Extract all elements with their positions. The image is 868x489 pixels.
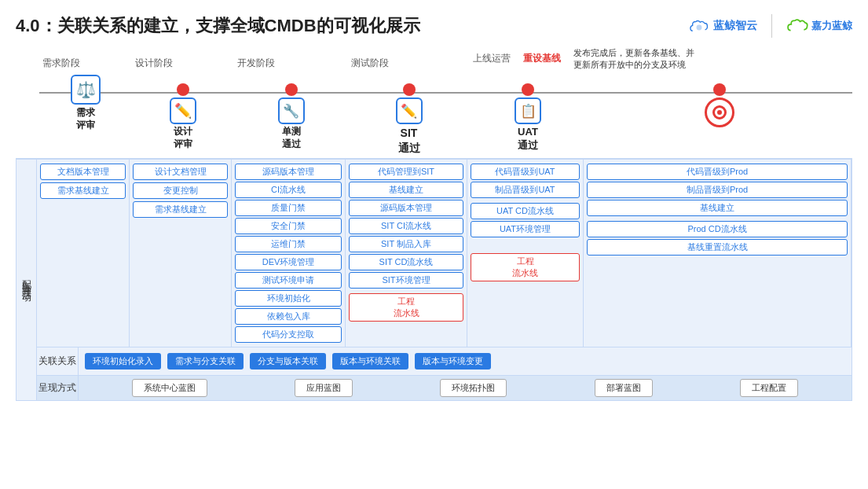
logo-divider [771, 14, 772, 38]
display-tag-5: 工程配置 [740, 379, 798, 397]
config-tag: 设计文档管理 [133, 164, 228, 180]
uat-icon: 📋 [515, 97, 541, 124]
config-tag: 质量门禁 [235, 200, 342, 216]
cloud-icon-2 [786, 18, 808, 34]
sit-dot [403, 83, 416, 96]
phase-design: 设计阶段 [132, 57, 234, 70]
logo-jialy: 嘉力蓝鲸 [786, 18, 852, 34]
config-tag: UAT CD流水线 [471, 203, 580, 219]
config-tag: 需求基线建立 [133, 201, 228, 218]
config-tag: 代码分支控取 [235, 326, 342, 343]
display-tag-4: 部署蓝图 [595, 379, 653, 397]
single-label: 单测通过 [282, 126, 301, 150]
config-col-sit: 代码晋级到UAT 制品晋级到UAT UAT CD流水线 UAT环境管理 工程流水… [467, 160, 584, 347]
uat-dot [522, 83, 534, 96]
relation-items: 环境初始化录入 需求与分支关联 分支与版本关联 版本与环境关联 版本与环境变更 [79, 350, 852, 373]
config-tag: SIT 制品入库 [349, 236, 463, 252]
config-tag: 代码晋级到Prod [587, 164, 848, 180]
sit-icon: ✏️ [396, 97, 423, 124]
milestone-row: ⚖️ 需求评审 ✏️ 设计评审 🔧 单测通过 ✏️ SIT通过 [16, 70, 852, 159]
config-col-single: 代码管理到SIT 基线建立 源码版本管理 SIT CI流水线 SIT 制品入库 … [346, 160, 467, 347]
milestone-single: 🔧 单测通过 [234, 75, 348, 150]
logo2-text: 嘉力蓝鲸 [811, 19, 852, 33]
header: 4.0：关联关系的建立，支撑全域CMDB的可视化展示 蓝鲸智云 嘉力蓝鲸 [16, 14, 852, 38]
config-tag: 基线重置流水线 [587, 239, 848, 256]
rebuild-note: 发布完成后，更新各条基线、并更新所有开放中的分支及环境 [573, 47, 699, 70]
target-icon [705, 97, 734, 127]
relation-tag-3: 分支与版本关联 [250, 353, 326, 370]
display-tag-1: 系统中心蓝图 [132, 379, 207, 397]
milestone-needs: ⚖️ 需求评审 [39, 75, 132, 131]
phase-dev: 开发阶段 [234, 57, 348, 70]
config-tag: UAT环境管理 [471, 221, 580, 237]
uat-label: UAT通过 [518, 126, 538, 153]
needs-label: 需求评审 [76, 107, 95, 131]
rebuild-label: 重设基线 [523, 52, 561, 65]
design-dot [177, 83, 189, 96]
display-row: 呈现方式 系统中心蓝图 应用蓝图 环境拓扑图 部署蓝图 工程配置 [37, 375, 852, 400]
relation-tag-5: 版本与环境变更 [415, 353, 491, 370]
launch-dot [713, 83, 726, 96]
config-items-row: 文档版本管理 需求基线建立 设计文档管理 变更控制 需求基线建立 源码版本管理 … [37, 160, 852, 347]
design-label: 设计评审 [174, 126, 192, 150]
sit-label: SIT通过 [398, 126, 420, 154]
config-tag: 源码版本管理 [235, 164, 342, 180]
config-tag: 安全门禁 [235, 218, 342, 234]
config-tag-eng-flow2: 工程流水线 [471, 253, 580, 281]
config-content: 文档版本管理 需求基线建立 设计文档管理 变更控制 需求基线建立 源码版本管理 … [37, 160, 852, 400]
config-tag: 基线建立 [349, 182, 463, 198]
config-tag: 运维门禁 [235, 236, 342, 252]
needs-icon: ⚖️ [71, 75, 101, 105]
relation-tag-4: 版本与环境关联 [332, 353, 408, 370]
config-tag: 变更控制 [133, 182, 228, 199]
config-tag: 文档版本管理 [40, 164, 126, 180]
config-col-design: 设计文档管理 变更控制 需求基线建立 [130, 160, 232, 347]
milestone-sit: ✏️ SIT通过 [348, 75, 470, 154]
config-tag-eng-flow: 工程流水线 [349, 293, 463, 322]
config-tag: 制品晋级到Prod [587, 182, 848, 198]
single-icon: 🔧 [278, 97, 305, 124]
config-tag: 源码版本管理 [349, 200, 463, 216]
milestone-design: ✏️ 设计评审 [132, 75, 234, 150]
single-dot [285, 83, 298, 96]
config-tag: 基线建立 [587, 200, 848, 216]
design-icon: ✏️ [170, 97, 196, 124]
phase-need: 需求阶段 [39, 57, 132, 70]
milestone-uat: 📋 UAT通过 [470, 75, 586, 153]
logo-lanjing: 蓝鲸智云 [688, 19, 757, 33]
display-label: 呈现方式 [37, 376, 79, 400]
milestone-launch [586, 75, 852, 127]
config-tag: CI流水线 [235, 182, 342, 198]
config-tag: SIT环境管理 [349, 272, 463, 289]
config-tag: 依赖包入库 [235, 308, 342, 325]
logo1-text: 蓝鲸智云 [713, 19, 757, 33]
display-items: 系统中心蓝图 应用蓝图 环境拓扑图 部署蓝图 工程配置 [79, 376, 852, 400]
config-tag: 需求基线建立 [40, 182, 126, 199]
relation-tag-1: 环境初始化录入 [85, 353, 161, 370]
config-tag: 代码管理到SIT [349, 164, 463, 180]
relation-row: 关联关系 环境初始化录入 需求与分支关联 分支与版本关联 版本与环境关联 版本与… [37, 347, 852, 375]
phase-launch: 上线运营 [473, 52, 511, 65]
cloud-icon-1 [688, 19, 710, 33]
config-col-needs: 文档版本管理 需求基线建立 [37, 160, 130, 347]
phase-test: 测试阶段 [348, 57, 470, 70]
config-tag: SIT CD流水线 [349, 254, 463, 270]
config-col-prod: 代码晋级到Prod 制品晋级到Prod 基线建立 Prod CD流水线 基线重置… [584, 160, 852, 347]
relation-tag-2: 需求与分支关联 [167, 353, 244, 370]
relation-label: 关联关系 [37, 347, 79, 375]
display-tag-2: 应用蓝图 [295, 379, 353, 397]
logo-area: 蓝鲸智云 嘉力蓝鲸 [688, 14, 852, 38]
config-tag: 环境初始化 [235, 290, 342, 307]
main-content: 配置管理活动 文档版本管理 需求基线建立 设计文档管理 变更控制 需求基线建立 … [16, 160, 852, 401]
config-tag: 制品晋级到UAT [471, 182, 580, 198]
config-col-dev: 源码版本管理 CI流水线 质量门禁 安全门禁 运维门禁 DEV环境管理 测试环境… [232, 160, 346, 347]
config-tag: 测试环境申请 [235, 272, 342, 289]
config-tag: 代码晋级到UAT [471, 164, 580, 180]
config-tag: SIT CI流水线 [349, 218, 463, 234]
page-title: 4.0：关联关系的建立，支撑全域CMDB的可视化展示 [16, 14, 420, 38]
page: 4.0：关联关系的建立，支撑全域CMDB的可视化展示 蓝鲸智云 嘉力蓝鲸 需求阶… [0, 0, 868, 489]
display-tag-3: 环境拓扑图 [440, 379, 507, 397]
config-tag: Prod CD流水线 [587, 221, 848, 237]
config-left-label: 配置管理活动 [16, 160, 37, 400]
config-tag: DEV环境管理 [235, 254, 342, 270]
